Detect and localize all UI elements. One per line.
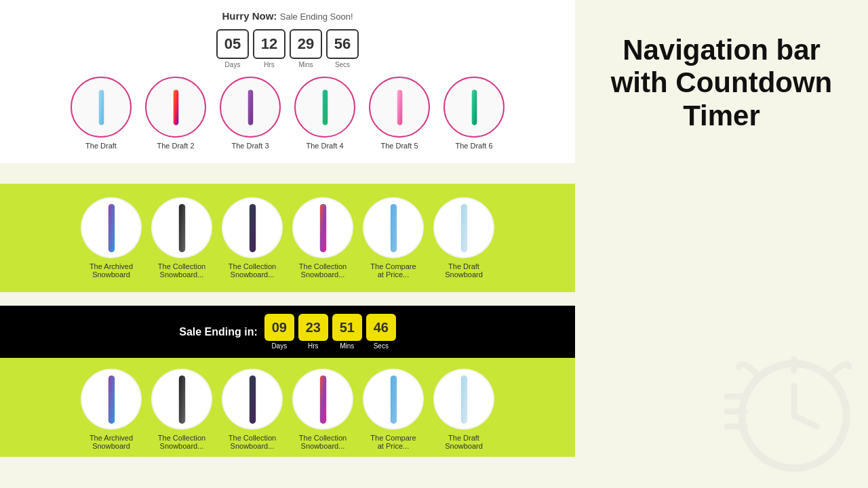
- timer-secs-1: 56 Secs: [326, 29, 359, 68]
- product-name: The CollectionSnowboard...: [158, 434, 205, 450]
- snowboard-icon: [304, 203, 342, 253]
- product-circle: [433, 197, 494, 258]
- countdown-header: Hurry Now: Sale Ending Soon!: [14, 10, 561, 22]
- svg-rect-6: [108, 203, 114, 251]
- snowboard-icon: [163, 203, 201, 253]
- product-item[interactable]: The CollectionSnowboard...: [222, 197, 283, 279]
- product-name: The CollectionSnowboard...: [229, 434, 276, 450]
- snowboard-icon: [232, 89, 269, 126]
- product-circle: [151, 197, 212, 258]
- svg-rect-1: [173, 89, 178, 125]
- timer-days-2: 09 Days: [264, 314, 294, 350]
- product-name: The CollectionSnowboard...: [229, 262, 276, 279]
- hrs-digit-1: 12: [253, 29, 285, 59]
- product-name: The Draft 6: [455, 142, 492, 150]
- product-item[interactable]: The CollectionSnowboard...: [222, 369, 283, 450]
- product-item[interactable]: The Compareat Price...: [363, 197, 424, 279]
- product-item[interactable]: The CollectionSnowboard...: [151, 197, 212, 279]
- left-panel: Hurry Now: Sale Ending Soon! 05 Days 12 …: [0, 0, 575, 488]
- svg-rect-4: [397, 89, 402, 125]
- mins-label-1: Mins: [298, 61, 313, 68]
- product-name: The ArchivedSnowboard: [90, 434, 133, 450]
- products-row-2: The ArchivedSnowboard The CollectionSnow…: [14, 197, 561, 279]
- svg-rect-11: [460, 203, 467, 251]
- svg-rect-14: [249, 375, 255, 423]
- product-circle: [369, 77, 430, 138]
- svg-rect-7: [178, 203, 184, 251]
- gap-1: [0, 163, 575, 184]
- snowboard-icon: [163, 374, 201, 425]
- product-circle: [363, 369, 424, 430]
- product-circle: [292, 197, 353, 258]
- product-circle: [145, 77, 206, 138]
- product-name: The Draft: [85, 142, 117, 150]
- product-item[interactable]: The CollectionSnowboard...: [292, 197, 353, 279]
- svg-line-20: [794, 416, 816, 426]
- snowboard-icon: [83, 89, 120, 126]
- timer-secs-2: 46 Secs: [366, 314, 396, 350]
- hrs-label-2: Hrs: [308, 342, 319, 350]
- svg-rect-10: [390, 203, 396, 251]
- product-item[interactable]: The DraftSnowboard: [433, 369, 494, 450]
- product-name: The CollectionSnowboard...: [299, 434, 347, 450]
- svg-rect-8: [249, 203, 255, 251]
- product-circle: [363, 197, 424, 258]
- days-digit-2: 09: [264, 314, 294, 341]
- snowboard-icon: [381, 89, 418, 126]
- product-name: The ArchivedSnowboard: [90, 262, 133, 279]
- snowboard-icon: [304, 374, 342, 425]
- product-circle: [222, 369, 283, 430]
- product-item[interactable]: The ArchivedSnowboard: [81, 197, 142, 279]
- section-dark-header: Sale Ending in: 09 Days 23 Hrs 51 Mins 4…: [0, 306, 575, 358]
- product-item[interactable]: The ArchivedSnowboard: [81, 369, 142, 450]
- product-name: The Draft 4: [306, 142, 343, 150]
- product-name: The CollectionSnowboard...: [299, 262, 347, 279]
- products-row-3: The ArchivedSnowboard The CollectionSnow…: [14, 369, 561, 450]
- product-name: The CollectionSnowboard...: [158, 262, 205, 279]
- product-name: The DraftSnowboard: [445, 434, 483, 450]
- product-item[interactable]: The Draft 3: [220, 77, 281, 150]
- product-item[interactable]: The Draft: [71, 77, 132, 150]
- section-lime: The ArchivedSnowboard The CollectionSnow…: [0, 184, 575, 292]
- snowboard-icon: [234, 203, 271, 253]
- product-item[interactable]: The Draft 4: [294, 77, 355, 150]
- snowboard-icon: [157, 89, 195, 126]
- svg-rect-15: [319, 375, 326, 423]
- product-item[interactable]: The CollectionSnowboard...: [292, 369, 353, 450]
- section-lime-bottom: The ArchivedSnowboard The CollectionSnow…: [0, 358, 575, 457]
- hurry-label: Hurry Now:: [222, 10, 277, 22]
- product-item[interactable]: The Draft 2: [145, 77, 206, 150]
- product-name: The Draft 3: [231, 142, 269, 150]
- svg-rect-16: [390, 375, 396, 423]
- mins-digit-1: 29: [290, 29, 322, 59]
- sale-ending-soon-text: Sale Ending Soon!: [280, 12, 353, 22]
- secs-digit-1: 56: [326, 29, 359, 59]
- svg-rect-13: [178, 375, 184, 423]
- product-circle: [443, 77, 505, 138]
- product-item[interactable]: The DraftSnowboard: [433, 197, 494, 279]
- svg-rect-12: [108, 375, 114, 423]
- secs-digit-2: 46: [366, 314, 396, 341]
- hrs-label-1: Hrs: [264, 61, 275, 68]
- hrs-digit-2: 23: [298, 314, 328, 341]
- svg-rect-0: [98, 89, 104, 125]
- product-item[interactable]: The Draft 5: [369, 77, 430, 150]
- products-row-1: The Draft The Draft 2: [14, 77, 561, 150]
- mins-label-2: Mins: [340, 342, 354, 350]
- product-name: The Draft 2: [157, 142, 194, 150]
- days-label-1: Days: [225, 61, 241, 68]
- product-circle: [292, 369, 353, 430]
- product-item[interactable]: The CollectionSnowboard...: [151, 369, 212, 450]
- product-name: The Compareat Price...: [370, 262, 416, 279]
- product-name: The DraftSnowboard: [445, 262, 483, 279]
- product-circle: [81, 197, 142, 258]
- timer-hrs-1: 12 Hrs: [253, 29, 285, 68]
- product-item[interactable]: The Compareat Price...: [363, 369, 424, 450]
- days-digit-1: 05: [216, 29, 249, 59]
- product-circle: [294, 77, 355, 138]
- svg-rect-9: [319, 203, 326, 251]
- product-item[interactable]: The Draft 6: [443, 77, 505, 150]
- product-circle: [433, 369, 494, 430]
- days-label-2: Days: [271, 342, 287, 350]
- countdown-timer-1: 05 Days 12 Hrs 29 Mins 56 Secs: [14, 29, 561, 68]
